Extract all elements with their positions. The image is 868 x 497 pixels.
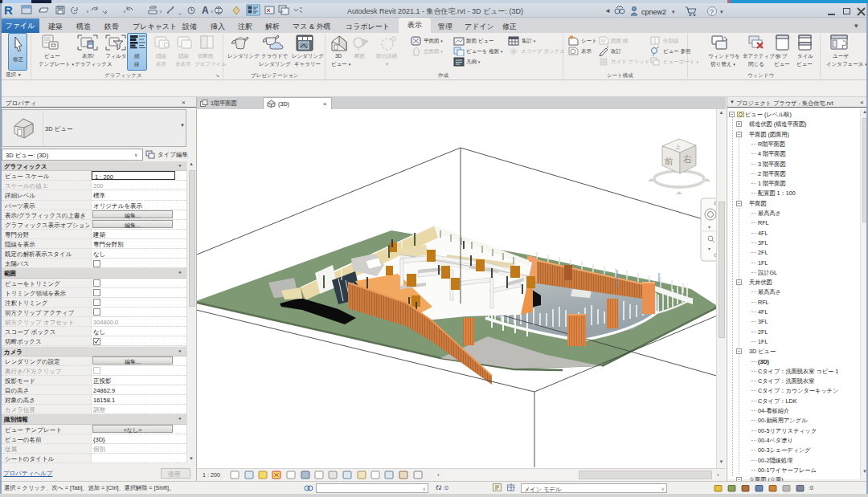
svg-text:前: 前 bbox=[664, 157, 674, 166]
svg-text:cpnew2: cpnew2 bbox=[641, 8, 666, 16]
svg-text:▾: ▾ bbox=[708, 246, 710, 251]
svg-text:右: 右 bbox=[683, 154, 692, 164]
svg-text:▾: ▾ bbox=[708, 225, 710, 230]
svg-text:▾: ▾ bbox=[720, 9, 723, 14]
svg-text:A: A bbox=[202, 5, 209, 16]
svg-text:?: ? bbox=[710, 8, 714, 16]
svg-text:上: 上 bbox=[675, 144, 681, 149]
svg-text:▾: ▾ bbox=[672, 9, 675, 14]
